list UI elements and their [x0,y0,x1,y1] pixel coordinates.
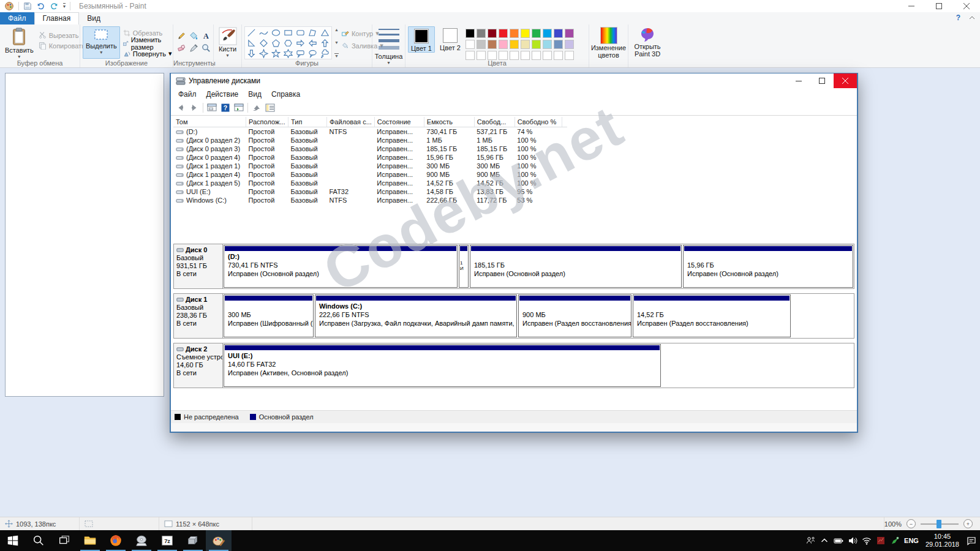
dm-close-button[interactable] [834,73,857,88]
oval-callout-shape[interactable] [307,48,318,58]
chevron-up-icon[interactable] [820,536,829,545]
fill-icon[interactable] [188,30,199,41]
redo-icon[interactable] [50,2,59,10]
palette-swatch-empty[interactable] [543,51,552,60]
palette-swatch[interactable] [554,29,563,38]
partition[interactable]: 300 МБИсправен (Шифрованный (EFI) [224,294,314,337]
column-header[interactable]: Состояние [374,117,424,127]
column-header[interactable]: Емкость [424,117,474,127]
arrow-down-shape[interactable] [246,48,257,58]
speaker-icon[interactable] [848,536,858,545]
partition[interactable]: 185,15 ГБИсправен (Основной раздел) [470,245,682,288]
volume-row[interactable]: (Диск 1 раздел 5)ПростойБазовыйИсправен.… [173,179,567,187]
palette-swatch-empty[interactable] [499,51,508,60]
arrow-right-shape[interactable] [295,38,306,48]
column-header[interactable]: Файловая с... [327,117,375,127]
taskbar-explorer-button[interactable] [77,530,103,551]
brushes-button[interactable]: Кисти▾ [216,26,239,59]
zoom-slider-thumb[interactable] [937,520,941,528]
rectangle-shape[interactable] [282,28,294,37]
polygon-shape[interactable] [307,28,318,37]
taskbar-sevenzip-button[interactable]: 7z [154,530,180,551]
palette-swatch[interactable] [477,40,486,49]
column-header[interactable]: Свобод... [474,117,514,127]
dm-minimize-button[interactable] [787,73,810,88]
taskbar-firefox-button[interactable] [103,530,129,551]
partition[interactable]: (D:)730,41 ГБ NTFSИсправен (Основной раз… [224,245,458,288]
color-picker-icon[interactable] [188,42,199,53]
dm-menu-action[interactable]: Действие [202,90,244,99]
palette-swatch[interactable] [521,29,530,38]
rotate-button[interactable]: Повернуть▾ [123,48,172,59]
undo-icon[interactable] [36,2,45,10]
volume-row[interactable]: (Диск 1 раздел 1)ПростойБазовыйИсправен.… [173,162,567,170]
palette-swatch[interactable] [554,40,563,49]
arrow-up-shape[interactable] [319,38,331,48]
shapes-expand-icon[interactable]: ▼ [334,53,339,58]
partition[interactable]: 14,52 ГБИсправен (Раздел восстановления) [633,294,791,337]
arrow-left-shape[interactable] [307,38,318,48]
volume-row[interactable]: (Диск 1 раздел 4)ПростойБазовыйИсправен.… [173,170,567,179]
palette-swatch[interactable] [488,40,497,49]
column-header[interactable]: Свободно % [514,117,562,127]
color1-button[interactable]: Цвет 1 [408,26,435,53]
open-paint3d-button[interactable]: Открыть Paint 3D [631,26,664,58]
people-icon[interactable] [805,536,815,545]
window-list-icon[interactable] [207,103,217,113]
four-point-star-shape[interactable] [258,48,270,58]
palette-swatch-empty[interactable] [477,51,486,60]
column-header[interactable]: Тип [288,117,327,127]
palette-swatch-empty[interactable] [532,51,541,60]
taskbar-start-button[interactable] [0,530,26,551]
volume-row[interactable]: (Диск 0 раздел 2)ПростойБазовыйИсправен.… [173,136,567,144]
line-shape[interactable] [246,28,257,37]
palette-swatch[interactable] [565,29,574,38]
cut-button[interactable]: Вырезать [39,30,85,40]
six-point-star-shape[interactable] [282,48,294,58]
paint-minimize-button[interactable] [897,0,925,12]
magnifier-icon[interactable] [200,42,211,53]
palette-swatch[interactable] [466,40,475,49]
palette-swatch[interactable] [499,40,508,49]
volume-row[interactable]: Windows (C:)ПростойБазовыйNTFSИсправен..… [173,196,567,204]
popup-menu-icon[interactable] [252,103,262,113]
color2-button[interactable]: Цвет 2 [437,26,463,51]
curve-shape[interactable] [258,28,270,37]
taskbar-winsetup-button[interactable] [180,530,206,551]
partition[interactable]: 1И [459,245,469,288]
tab-file[interactable]: Файл [0,12,34,24]
zoom-out-button[interactable]: − [907,519,916,528]
partition[interactable]: 900 МБИсправен (Раздел восстановления) [518,294,631,337]
paint-close-button[interactable] [952,0,980,12]
paint-canvas[interactable] [5,73,164,397]
copy-button[interactable]: Копировать [39,40,85,51]
five-point-star-shape[interactable] [270,48,282,58]
tab-home[interactable]: Главная [34,12,80,24]
taskbar-search-button[interactable] [26,530,51,551]
palette-swatch[interactable] [510,40,519,49]
resize-button[interactable]: Изменить размер [123,38,172,48]
rounded-callout-shape[interactable] [295,48,306,58]
palette-swatch[interactable] [532,40,541,49]
partition[interactable]: 15,96 ГБИсправен (Основной раздел) [683,245,853,288]
palette-swatch[interactable] [543,29,552,38]
palette-swatch[interactable] [543,40,552,49]
eraser-icon[interactable] [176,42,187,53]
dm-menu-view[interactable]: Вид [243,90,266,99]
collapse-ribbon-icon[interactable] [969,15,975,20]
edit-colors-button[interactable]: Изменение цветов [592,26,625,59]
zoom-slider[interactable] [921,523,959,525]
select-button[interactable]: Выделить▾ [83,26,120,59]
back-icon[interactable] [176,103,186,113]
palette-swatch[interactable] [532,29,541,38]
palette-swatch-empty[interactable] [565,51,574,60]
action-center-icon[interactable] [966,536,976,545]
palette-swatch[interactable] [521,40,530,49]
column-header[interactable]: Располож... [246,117,288,127]
disk-label-2[interactable]: Диск 2Съемное устрой14,60 ГБВ сети [174,343,223,388]
text-icon[interactable]: A [200,30,211,41]
palette-swatch[interactable] [510,29,519,38]
palette-swatch[interactable] [488,29,497,38]
diamond-shape[interactable] [258,38,270,48]
palette-swatch-empty[interactable] [488,51,497,60]
